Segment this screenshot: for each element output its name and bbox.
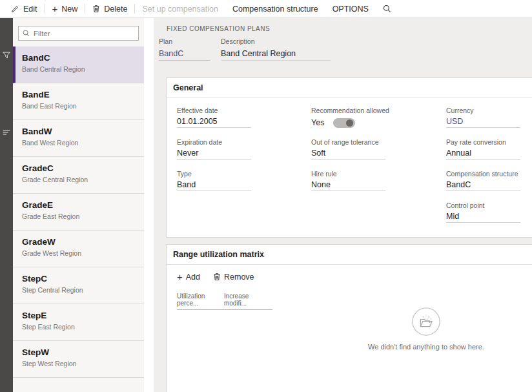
pay-rate-conversion-field[interactable]: Annual (446, 149, 520, 160)
description-input[interactable]: Band Central Region (221, 49, 331, 61)
compensation-structure-button[interactable]: Compensation structure (225, 0, 325, 17)
type-field[interactable]: Band (177, 180, 251, 191)
plan-subtitle: Grade East Region (22, 212, 139, 220)
plan-title: GradeC (22, 163, 139, 173)
general-card: General Effective date 01.01.2005 Expira… (166, 77, 532, 238)
sort-lines-icon (2, 128, 11, 137)
plans-list-pane: BandC Band Central Region BandE Band Eas… (13, 18, 144, 392)
matrix-actions: + Add Remove (177, 272, 254, 282)
column-increase-modifier[interactable]: Increase modifi... (224, 293, 272, 307)
plan-title: BandE (22, 90, 139, 99)
plan-subtitle: Grade Central Region (22, 176, 139, 183)
plan-title: StepE (22, 311, 139, 320)
matrix-table-header: Utilization perce... Increase modifi... (177, 293, 272, 310)
action-toolbar: Edit + New Delete Set up compensation Co… (0, 0, 532, 18)
plus-icon: + (177, 272, 183, 282)
plan-title: StepC (22, 274, 139, 284)
filter-input[interactable] (34, 30, 134, 37)
list-item-stepw[interactable]: StepW Step West Region (13, 341, 144, 378)
list-item-stepc[interactable]: StepC Step Central Region (13, 267, 144, 304)
column-utilization-percentage[interactable]: Utilization perce... (177, 293, 224, 307)
plan-label: Plan (159, 37, 210, 45)
description-label: Description (221, 37, 331, 45)
currency-label: Currency (446, 107, 520, 114)
plan-subtitle: Step West Region (22, 360, 139, 367)
recommendation-allowed-value: Yes (311, 118, 324, 127)
add-row-button[interactable]: + Add (177, 272, 200, 282)
plan-title: BandW (22, 127, 139, 136)
set-up-compensation-label: Set up compensation (142, 5, 218, 14)
currency-field[interactable]: USD (446, 117, 520, 128)
plan-input[interactable]: BandC (159, 49, 210, 61)
plus-icon: + (52, 4, 58, 14)
filter-box[interactable] (18, 26, 139, 41)
out-of-range-tolerance-label: Out of range tolerance (311, 138, 389, 146)
compensation-structure-label: Compensation structure (446, 170, 520, 178)
filter-pane-button[interactable] (1, 49, 12, 61)
compensation-structure-field[interactable]: BandC (446, 180, 520, 191)
compensation-structure-label: Compensation structure (232, 5, 318, 14)
plan-title: BandC (22, 53, 139, 63)
empty-folder-icon: 010 110 (411, 307, 441, 336)
plan-title: StepW (22, 347, 139, 357)
trash-icon (92, 5, 100, 13)
new-button[interactable]: + New (45, 0, 85, 17)
plan-title: GradeE (22, 200, 139, 210)
detail-pane: FIXED COMPENSATION PLANS Plan BandC Desc… (154, 18, 532, 392)
search-icon (383, 5, 391, 13)
empty-state: 010 110 We didn't find anything to show … (329, 307, 523, 351)
out-of-range-tolerance-field[interactable]: Soft (311, 149, 385, 160)
recommendation-allowed-label: Recommendation allowed (311, 107, 389, 114)
plan-title: GradeW (22, 237, 139, 247)
recommendation-allowed-toggle[interactable] (333, 118, 355, 128)
list-item-gradew[interactable]: GradeW Grade West Region (13, 231, 144, 267)
list-item-bandw[interactable]: BandW Band West Region (13, 120, 144, 157)
list-item-bande[interactable]: BandE Band East Region (13, 83, 144, 120)
new-label: New (61, 5, 77, 14)
left-rail (0, 18, 13, 392)
expiration-date-field[interactable]: Never (177, 149, 251, 160)
add-label: Add (186, 273, 200, 282)
range-utilization-matrix-card: Range utilization matrix + Add Remove Ut… (166, 244, 532, 392)
control-point-field[interactable]: Mid (446, 212, 520, 223)
edit-label: Edit (23, 5, 37, 14)
funnel-icon (2, 50, 11, 59)
expiration-date-label: Expiration date (177, 138, 251, 146)
options-label: OPTIONS (332, 5, 369, 14)
page-caption: FIXED COMPENSATION PLANS (167, 25, 270, 32)
hire-rule-field[interactable]: None (311, 180, 385, 191)
plan-subtitle: Step East Region (22, 323, 139, 331)
plan-field-group: Plan BandC (159, 37, 210, 61)
pay-rate-conversion-label: Pay rate conversion (446, 138, 520, 146)
plan-subtitle: Step Central Region (22, 286, 139, 294)
effective-date-label: Effective date (177, 107, 251, 114)
toggle-knob (346, 119, 353, 127)
general-column-3: Currency USD Pay rate conversion Annual … (446, 107, 520, 233)
edit-button[interactable]: Edit (4, 0, 45, 17)
plan-subtitle: Band East Region (22, 102, 139, 110)
search-button[interactable] (376, 0, 398, 17)
pencil-icon (11, 5, 19, 13)
hire-rule-label: Hire rule (311, 170, 389, 178)
remove-row-button[interactable]: Remove (213, 273, 254, 282)
sort-pane-button[interactable] (1, 127, 12, 138)
effective-date-field[interactable]: 01.01.2005 (177, 117, 251, 128)
delete-label: Delete (104, 5, 127, 14)
list-item-gradee[interactable]: GradeE Grade East Region (13, 194, 144, 231)
list-item-gradec[interactable]: GradeC Grade Central Region (13, 157, 144, 194)
list-item-bandc[interactable]: BandC Band Central Region (13, 46, 144, 83)
type-label: Type (177, 170, 251, 178)
control-point-label: Control point (446, 201, 520, 209)
general-card-title: General (167, 78, 532, 98)
svg-text:1: 1 (430, 317, 432, 320)
options-menu-button[interactable]: OPTIONS (325, 0, 376, 17)
set-up-compensation-button[interactable]: Set up compensation (135, 0, 225, 17)
plan-subtitle: Band West Region (22, 139, 139, 147)
plan-subtitle: Band Central Region (22, 65, 139, 73)
empty-state-text: We didn't find anything to show here. (329, 343, 523, 351)
general-column-2: Recommendation allowed Yes Out of range … (311, 107, 389, 201)
list-item-stepe[interactable]: StepE Step East Region (13, 304, 144, 341)
delete-button[interactable]: Delete (85, 0, 134, 17)
description-field-group: Description Band Central Region (221, 37, 331, 61)
search-icon (23, 30, 30, 37)
